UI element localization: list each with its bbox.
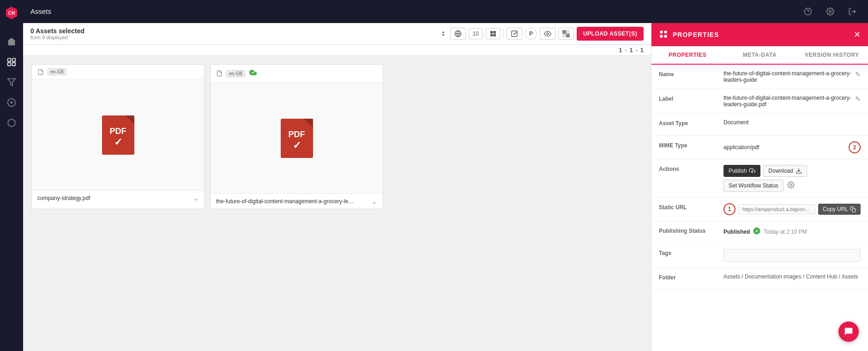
globe-button[interactable] <box>450 28 466 40</box>
sidebar-assets-icon[interactable] <box>3 54 20 70</box>
asset-card[interactable]: en-GB PDF ✓ <box>210 64 383 209</box>
upload-button[interactable]: UPLOAD ASSET(S) <box>577 27 644 41</box>
app-logo: CH <box>3 5 20 21</box>
svg-rect-5 <box>12 63 16 66</box>
asset-thumbnail: PDF ✓ <box>32 79 204 190</box>
p-button[interactable]: P <box>525 28 537 40</box>
sort-button[interactable] <box>439 30 447 38</box>
svg-rect-2 <box>8 59 11 62</box>
expand-button[interactable]: ⌄ <box>193 194 199 202</box>
visibility-button[interactable] <box>540 28 555 40</box>
prop-name-label: Name <box>659 70 723 78</box>
label-edit-icon[interactable]: ✎ <box>855 95 861 103</box>
download-icon <box>796 168 802 174</box>
close-button[interactable]: ✕ <box>854 30 861 40</box>
action-buttons: Publish Download Set Workflow Status <box>723 165 861 192</box>
main-container: Assets 0 Assets selected from 9 displaye… <box>23 0 868 351</box>
topbar: Assets <box>23 0 868 23</box>
prop-tags-label: Tags <box>659 249 723 256</box>
prop-asset-type-label: Asset Type <box>659 119 723 127</box>
lang-badge: en-GB <box>226 70 245 77</box>
prop-folder-value: Assets / Documentation images / Content … <box>723 273 861 280</box>
prop-label-row: Label the-future-of-digital-content-mana… <box>651 89 868 114</box>
name-edit-icon[interactable]: ✎ <box>855 71 861 78</box>
prop-publishing-status-label: Publishing Status <box>659 227 723 234</box>
svg-point-37 <box>850 330 851 331</box>
properties-header: PROPERTIES ✕ <box>651 23 868 46</box>
expand-button[interactable]: ⌄ <box>372 198 377 205</box>
properties-body: Name the-future-of-digital-content-manag… <box>651 65 868 351</box>
asset-name: the-future-of-digital-content-management… <box>216 198 355 205</box>
asset-footer: company-strategy.pdf ⌄ <box>32 190 204 206</box>
tags-input[interactable] <box>723 249 861 262</box>
grid-view-button[interactable] <box>486 28 500 39</box>
asset-card-header: en-GB <box>32 65 204 79</box>
settings-icon[interactable] <box>822 3 838 20</box>
asset-card[interactable]: en-GB PDF ✓ company-strategy.pdf ⌄ <box>31 64 205 209</box>
svg-rect-17 <box>494 31 496 33</box>
prop-asset-type-value: Document <box>723 119 861 126</box>
prop-static-url-row: Static URL 1 Copy URL <box>651 198 868 221</box>
tab-version-history[interactable]: VERSION HISTORY <box>796 46 868 65</box>
prop-label-value-wrapper: the-future-of-digital-content-management… <box>723 95 861 108</box>
sidebar-collections-icon[interactable] <box>3 94 20 111</box>
tab-metadata[interactable]: META-DATA <box>723 46 796 65</box>
pub-time: Today at 2:10 PM <box>764 229 807 235</box>
assets-count: 0 Assets selected <box>30 27 84 35</box>
panel-icon <box>659 30 668 39</box>
prop-label-label: Label <box>659 95 723 102</box>
sidebar-home-icon[interactable] <box>3 33 20 50</box>
pub-check-icon <box>753 227 761 237</box>
workflow-label: Set Workflow Status <box>729 182 778 189</box>
svg-rect-29 <box>664 35 667 37</box>
properties-tabs: PROPERTIES META-DATA VERSION HISTORY <box>651 46 868 65</box>
properties-header-title: PROPERTIES <box>659 30 719 40</box>
svg-point-32 <box>790 184 792 186</box>
publish-button[interactable]: Publish <box>723 165 760 177</box>
published-icon <box>249 68 257 79</box>
svg-rect-18 <box>490 34 493 36</box>
toolbar-controls: 10 P <box>439 27 644 41</box>
sidebar-packages-icon[interactable] <box>3 115 20 131</box>
pdf-symbol: ✓ <box>114 136 122 148</box>
green-check-icon <box>753 227 761 235</box>
checkerboard-button[interactable] <box>558 28 574 40</box>
prop-actions-row: Actions Publish Download Set Workflow St… <box>651 159 868 198</box>
svg-point-36 <box>848 330 849 331</box>
page-next[interactable]: › <box>636 47 638 54</box>
assets-grid: en-GB PDF ✓ company-strategy.pdf ⌄ <box>23 56 651 351</box>
panel-title-text: PROPERTIES <box>673 31 719 38</box>
svg-rect-22 <box>562 30 566 34</box>
tab-properties[interactable]: PROPERTIES <box>651 46 723 65</box>
svg-point-21 <box>547 33 549 35</box>
svg-rect-25 <box>562 34 566 37</box>
content-area: 0 Assets selected from 9 displayed 10 <box>23 23 868 351</box>
download-button[interactable]: Download <box>763 165 807 177</box>
assets-toolbar: 0 Assets selected from 9 displayed 10 <box>23 23 651 45</box>
pdf-text: PDF <box>110 127 127 136</box>
svg-rect-16 <box>490 31 493 33</box>
svg-rect-27 <box>664 30 667 33</box>
prop-mime-type-value: application/pdf <box>723 144 842 151</box>
logout-icon[interactable] <box>844 3 861 20</box>
checkbox-view-button[interactable] <box>506 28 522 40</box>
asset-thumbnail: PDF ✓ <box>211 83 383 194</box>
gear-button[interactable] <box>786 180 796 191</box>
publish-label: Publish <box>729 168 747 174</box>
workflow-button[interactable]: Set Workflow Status <box>723 180 784 192</box>
static-url-input[interactable] <box>738 204 815 214</box>
copy-url-button[interactable]: Copy URL <box>818 204 861 215</box>
asset-card-header: en-GB <box>211 65 383 83</box>
help-icon[interactable] <box>800 3 816 20</box>
chatbot-button[interactable] <box>838 321 859 342</box>
prop-mime-type-row: MIME Type application/pdf 2 <box>651 136 868 159</box>
mime-type-badge: 2 <box>849 141 861 153</box>
copy-icon <box>850 206 856 212</box>
prop-tags-row: Tags <box>651 243 868 268</box>
count-display[interactable]: 10 <box>469 28 483 39</box>
svg-rect-20 <box>512 31 517 36</box>
page-prev[interactable]: ‹ <box>625 47 627 54</box>
svg-rect-19 <box>494 34 496 36</box>
gear-icon <box>787 181 795 188</box>
sidebar-filter-icon[interactable] <box>3 74 20 91</box>
